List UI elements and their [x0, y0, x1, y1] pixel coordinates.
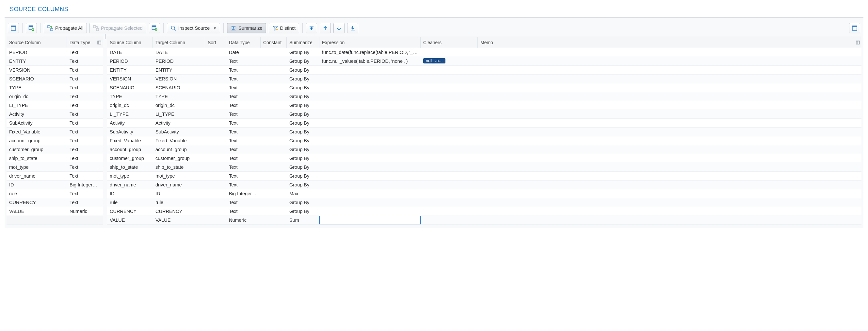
cell-summarize[interactable]: Group By: [287, 165, 319, 170]
cell-data-type[interactable]: Text: [67, 200, 103, 205]
header-data-type[interactable]: Data Type: [226, 37, 260, 48]
cell-data-type[interactable]: Text: [226, 120, 260, 126]
cell-data-type[interactable]: Text: [226, 173, 260, 178]
table-row[interactable]: PERIODPERIODTextGroup Byfunc.null_values…: [107, 57, 862, 66]
cell-source-column[interactable]: Activity: [107, 120, 153, 126]
cell-data-type[interactable]: Text: [226, 182, 260, 187]
cell-summarize[interactable]: Group By: [287, 182, 319, 187]
table-row[interactable]: ActivityActivityTextGroup By: [107, 119, 862, 128]
cell-source-column[interactable]: ship_to_state: [6, 156, 67, 161]
cell-data-type[interactable]: Text: [67, 103, 103, 108]
cell-source-column[interactable]: SubActivity: [6, 120, 67, 126]
cell-data-type[interactable]: Text: [226, 147, 260, 152]
cell-source-column[interactable]: PERIOD: [107, 59, 153, 64]
move-up-button[interactable]: [320, 23, 331, 33]
cell-target-column[interactable]: VERSION: [153, 76, 205, 81]
cell-summarize[interactable]: Group By: [287, 138, 319, 143]
cell-source-column[interactable]: account_group: [107, 147, 153, 152]
cell-data-type[interactable]: Text: [226, 165, 260, 170]
cell-source-column[interactable]: ship_to_state: [107, 165, 153, 170]
cell-summarize[interactable]: Group By: [287, 94, 319, 99]
cell-summarize[interactable]: Sum: [287, 218, 319, 223]
cell-data-type[interactable]: Text: [67, 85, 103, 90]
cell-target-column[interactable]: rule: [153, 200, 205, 205]
cell-data-type[interactable]: Text: [226, 103, 260, 108]
header-expression[interactable]: Expression: [319, 37, 421, 48]
cell-target-column[interactable]: PERIOD: [153, 59, 205, 64]
cell-source-column[interactable]: CURRENCY: [107, 209, 153, 214]
cell-source-column[interactable]: SCENARIO: [6, 76, 67, 81]
cell-summarize[interactable]: Group By: [287, 209, 319, 214]
cell-source-column[interactable]: Activity: [6, 112, 67, 117]
cell-data-type[interactable]: Text: [226, 76, 260, 81]
table-row[interactable]: Fixed_VariableFixed_VariableTextGroup By: [107, 136, 862, 145]
cell-summarize[interactable]: Group By: [287, 59, 319, 64]
cell-data-type[interactable]: Text: [67, 147, 103, 152]
move-bottom-button[interactable]: [347, 23, 358, 33]
inspect-source-button[interactable]: Inspect Source ▼: [167, 23, 220, 33]
cell-data-type[interactable]: Text: [226, 85, 260, 90]
table-row[interactable]: customer_groupcustomer_groupTextGroup By: [107, 154, 862, 163]
cell-source-column[interactable]: origin_dc: [107, 103, 153, 108]
cleaner-pill[interactable]: null_va…: [423, 58, 445, 63]
table-row[interactable]: VALUEVALUENumericSum: [107, 216, 862, 225]
cell-source-column[interactable]: ID: [107, 191, 153, 196]
cell-source-column[interactable]: origin_dc: [6, 94, 67, 99]
table-row[interactable]: origin_dcText: [6, 92, 103, 101]
table-row[interactable]: ruleruleTextGroup By: [107, 198, 862, 207]
header-memo[interactable]: Memo: [478, 37, 854, 48]
propagate-all-button[interactable]: Propagate All: [44, 23, 87, 33]
table-row[interactable]: driver_namedriver_nameTextGroup By: [107, 181, 862, 189]
cell-data-type[interactable]: Text: [67, 67, 103, 73]
cell-data-type[interactable]: Text: [67, 156, 103, 161]
cell-data-type[interactable]: Date: [226, 50, 260, 55]
table-row[interactable]: PERIODText: [6, 48, 103, 57]
add-table-button[interactable]: [26, 23, 37, 33]
cell-data-type[interactable]: Text: [67, 50, 103, 55]
cell-source-column[interactable]: customer_group: [6, 147, 67, 152]
cell-source-column[interactable]: ENTITY: [107, 67, 153, 73]
cell-target-column[interactable]: ID: [153, 191, 205, 196]
propagate-selected-button[interactable]: Propagate Selected: [90, 23, 146, 33]
cell-target-column[interactable]: Fixed_Variable: [153, 138, 205, 143]
cell-source-column[interactable]: VERSION: [6, 67, 67, 73]
cell-source-column[interactable]: SubActivity: [107, 129, 153, 134]
table-row[interactable]: VALUENumeric: [6, 207, 103, 216]
cell-target-column[interactable]: account_group: [153, 147, 205, 152]
header-target-column[interactable]: Target Column: [153, 37, 205, 48]
table-row[interactable]: TYPETYPETextGroup By: [107, 92, 862, 101]
cell-summarize[interactable]: Group By: [287, 50, 319, 55]
cell-target-column[interactable]: customer_group: [153, 156, 205, 161]
cell-data-type[interactable]: Text: [67, 173, 103, 178]
cell-data-type[interactable]: Text: [67, 165, 103, 170]
table-row[interactable]: ship_to_stateText: [6, 154, 103, 163]
table-row[interactable]: DATEDATEDateGroup Byfunc.to_date(func.re…: [107, 48, 862, 57]
cell-source-column[interactable]: customer_group: [107, 156, 153, 161]
cell-data-type[interactable]: Text: [226, 156, 260, 161]
cell-data-type[interactable]: Text: [67, 76, 103, 81]
cell-summarize[interactable]: Max: [287, 191, 319, 196]
cell-target-column[interactable]: ship_to_state: [153, 165, 205, 170]
cell-data-type[interactable]: Text: [67, 120, 103, 126]
table-row[interactable]: mot_typeText: [6, 163, 103, 172]
cell-target-column[interactable]: SubActivity: [153, 129, 205, 134]
table-row[interactable]: ENTITYENTITYTextGroup By: [107, 66, 862, 75]
cell-source-column[interactable]: account_group: [6, 138, 67, 143]
select-all-button[interactable]: [8, 23, 19, 33]
cell-summarize[interactable]: Group By: [287, 120, 319, 126]
cell-source-column[interactable]: rule: [6, 191, 67, 196]
target-columns-grid[interactable]: Source Column Target Column Sort Data Ty…: [107, 37, 862, 225]
table-row[interactable]: LI_TYPEText: [6, 101, 103, 110]
cell-summarize[interactable]: Group By: [287, 129, 319, 134]
cell-data-type[interactable]: Text: [226, 138, 260, 143]
cell-source-column[interactable]: TYPE: [107, 94, 153, 99]
table-row[interactable]: SubActivitySubActivityTextGroup By: [107, 128, 862, 136]
cell-source-column[interactable]: SCENARIO: [107, 85, 153, 90]
cell-data-type[interactable]: Text: [67, 59, 103, 64]
cell-data-type[interactable]: Text: [67, 129, 103, 134]
cell-summarize[interactable]: Group By: [287, 67, 319, 73]
cell-data-type[interactable]: Text: [226, 59, 260, 64]
table-row[interactable]: CURRENCYText: [6, 198, 103, 207]
cell-source-column[interactable]: VALUE: [6, 209, 67, 214]
table-row[interactable]: customer_groupText: [6, 145, 103, 154]
